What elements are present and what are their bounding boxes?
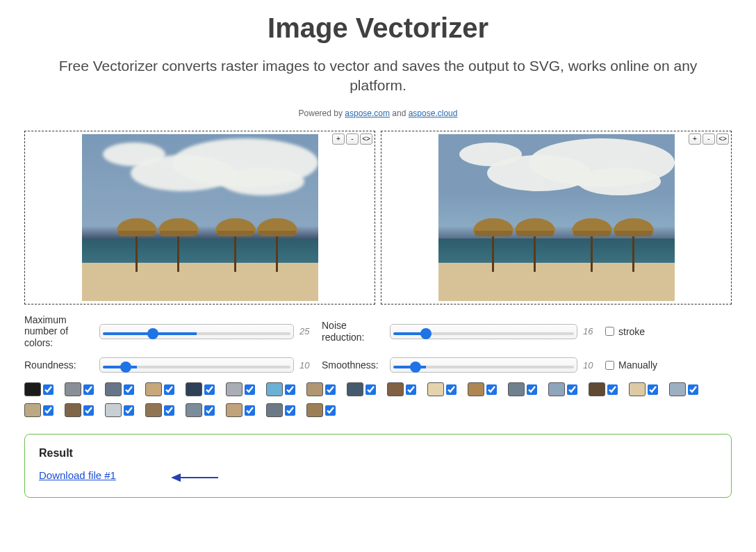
swatch-item — [508, 382, 537, 396]
roundness-slider[interactable] — [103, 366, 290, 368]
stroke-label: stroke — [618, 326, 645, 337]
swatch-checkbox[interactable] — [124, 405, 134, 416]
noise-slider[interactable] — [393, 332, 574, 335]
swatch-checkbox[interactable] — [365, 384, 376, 395]
color-swatch[interactable] — [105, 403, 122, 417]
result-image-pane[interactable]: + - <> — [381, 131, 732, 305]
color-swatch[interactable] — [669, 382, 686, 396]
swatch-checkbox[interactable] — [285, 384, 295, 395]
swatch-checkbox[interactable] — [285, 405, 295, 416]
swatch-item — [24, 382, 54, 396]
aspose-cloud-link[interactable]: aspose.cloud — [409, 108, 458, 118]
zoom-controls-right: + - <> — [689, 133, 729, 145]
swatch-checkbox[interactable] — [486, 384, 497, 395]
swatch-item — [24, 403, 54, 417]
max-colors-label: Maximum number of colors: — [24, 314, 94, 349]
max-colors-slider[interactable] — [103, 332, 290, 335]
manually-label: Manually — [618, 359, 657, 371]
swatch-item — [306, 382, 336, 396]
color-swatch[interactable] — [508, 382, 525, 396]
zoom-out-button[interactable]: - — [346, 133, 359, 145]
color-swatch[interactable] — [387, 382, 404, 396]
source-image-pane[interactable]: + - <> — [24, 131, 375, 305]
color-swatch[interactable] — [186, 382, 202, 396]
swatch-checkbox[interactable] — [406, 384, 416, 395]
swatch-item — [105, 403, 134, 417]
smoothness-value: 10 — [583, 360, 600, 371]
swatch-checkbox[interactable] — [83, 405, 94, 416]
swatch-item — [266, 382, 295, 396]
roundness-value: 10 — [299, 360, 316, 371]
vectorized-image — [438, 134, 675, 301]
color-swatch[interactable] — [266, 382, 283, 396]
color-swatch[interactable] — [145, 382, 162, 396]
stroke-option[interactable]: stroke — [605, 326, 689, 337]
pointer-arrow-icon — [171, 473, 220, 482]
zoom-fit-button[interactable]: <> — [360, 133, 372, 145]
manually-option[interactable]: Manually — [605, 359, 689, 371]
color-swatch[interactable] — [145, 403, 162, 417]
color-swatch[interactable] — [589, 382, 605, 396]
swatch-checkbox[interactable] — [325, 405, 336, 416]
noise-value: 16 — [583, 326, 600, 336]
color-swatch[interactable] — [105, 382, 122, 396]
swatch-checkbox[interactable] — [607, 384, 618, 395]
zoom-in-button[interactable]: + — [689, 133, 701, 145]
swatch-checkbox[interactable] — [164, 384, 174, 395]
color-swatch[interactable] — [468, 382, 484, 396]
color-swatch[interactable] — [629, 382, 646, 396]
manually-checkbox[interactable] — [605, 361, 614, 370]
swatch-checkbox[interactable] — [43, 384, 54, 395]
color-swatch[interactable] — [266, 403, 283, 417]
swatch-checkbox[interactable] — [83, 384, 94, 395]
swatch-checkbox[interactable] — [164, 405, 174, 416]
controls-grid: Maximum number of colors: 25 Noise reduc… — [24, 314, 732, 373]
color-swatch[interactable] — [347, 382, 363, 396]
stroke-checkbox[interactable] — [605, 327, 614, 336]
download-link[interactable]: Download file #1 — [39, 469, 116, 481]
swatch-checkbox[interactable] — [446, 384, 457, 395]
smoothness-slider[interactable] — [393, 366, 574, 368]
swatch-item — [226, 403, 255, 417]
color-swatch[interactable] — [186, 403, 202, 417]
color-swatches — [24, 382, 732, 417]
aspose-com-link[interactable]: aspose.com — [345, 108, 390, 118]
swatch-item — [145, 382, 174, 396]
swatch-item — [589, 382, 618, 396]
swatch-item — [266, 403, 295, 417]
swatch-checkbox[interactable] — [325, 384, 336, 395]
color-swatch[interactable] — [65, 403, 81, 417]
color-swatch[interactable] — [24, 382, 41, 396]
zoom-out-button[interactable]: - — [702, 133, 715, 145]
swatch-checkbox[interactable] — [204, 384, 215, 395]
color-swatch[interactable] — [24, 403, 41, 417]
swatch-checkbox[interactable] — [245, 405, 255, 416]
swatch-checkbox[interactable] — [648, 384, 658, 395]
zoom-fit-button[interactable]: <> — [716, 133, 729, 145]
color-swatch[interactable] — [226, 382, 243, 396]
color-swatch[interactable] — [306, 382, 323, 396]
color-swatch[interactable] — [65, 382, 81, 396]
max-colors-slider-wrap — [99, 324, 294, 339]
noise-slider-wrap — [390, 324, 577, 339]
color-swatch[interactable] — [548, 382, 565, 396]
swatch-checkbox[interactable] — [43, 405, 54, 416]
color-swatch[interactable] — [427, 382, 444, 396]
color-swatch[interactable] — [226, 403, 243, 417]
image-panes: + - <> + - <> — [24, 131, 732, 305]
smoothness-label: Smoothness: — [322, 359, 384, 371]
swatch-checkbox[interactable] — [204, 405, 215, 416]
svg-marker-1 — [171, 473, 181, 482]
swatch-checkbox[interactable] — [245, 384, 255, 395]
swatch-item — [669, 382, 698, 396]
max-colors-value: 25 — [299, 326, 316, 336]
swatch-checkbox[interactable] — [527, 384, 537, 395]
color-swatch[interactable] — [306, 403, 323, 417]
swatch-item — [186, 382, 215, 396]
swatch-checkbox[interactable] — [124, 384, 134, 395]
swatch-checkbox[interactable] — [567, 384, 577, 395]
swatch-checkbox[interactable] — [688, 384, 698, 395]
swatch-item — [226, 382, 255, 396]
zoom-in-button[interactable]: + — [332, 133, 345, 145]
swatch-item — [186, 403, 215, 417]
